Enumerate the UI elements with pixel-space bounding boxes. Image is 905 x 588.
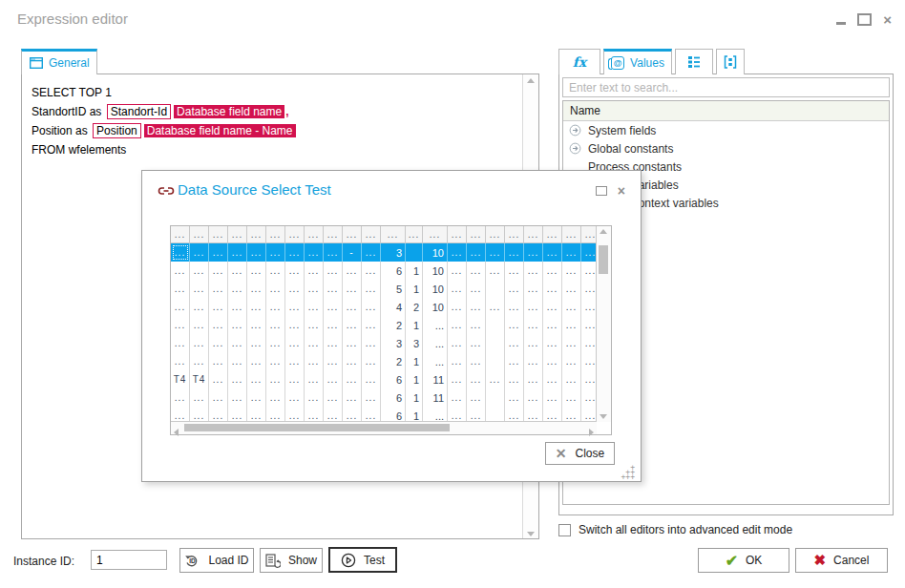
grid-cell[interactable]: ... (190, 388, 209, 407)
grid-cell[interactable]: ... (467, 352, 486, 370)
grid-cell[interactable]: ... (543, 280, 562, 298)
grid-cell[interactable]: ... (581, 280, 597, 298)
grid-cell[interactable]: ... (423, 352, 448, 370)
grid-header-cell[interactable]: ... (285, 226, 305, 242)
grid-cell[interactable]: ... (305, 407, 324, 422)
tree-item[interactable]: Global constants (563, 139, 889, 158)
grid-cell[interactable]: ... (562, 370, 581, 388)
field-token[interactable]: Position (93, 123, 141, 138)
grid-row[interactable]: .................................33.....… (171, 334, 597, 352)
grid-cell[interactable]: ... (190, 298, 209, 316)
grid-header-cell[interactable]: ... (543, 226, 562, 242)
grid-cell[interactable]: ... (505, 316, 524, 334)
grid-cell[interactable]: ... (285, 407, 305, 422)
grid-cell[interactable]: ... (343, 334, 362, 352)
grid-cell[interactable]: ... (448, 352, 467, 370)
grid-cell[interactable]: ... (505, 388, 524, 407)
grid-cell[interactable]: ... (285, 262, 305, 280)
grid-cell[interactable]: ... (524, 388, 543, 407)
grid-header-cell[interactable]: ... (362, 226, 381, 242)
grid-header-cell[interactable]: ... (190, 226, 209, 242)
grid-cell[interactable]: ... (247, 280, 266, 298)
grid-cell[interactable]: ... (581, 407, 597, 422)
grid-cell[interactable]: ... (209, 262, 228, 280)
grid-cell[interactable]: 4 (381, 298, 406, 316)
grid-cell[interactable]: ... (171, 316, 190, 334)
grid-header-cell[interactable]: ... (171, 226, 190, 242)
grid-cell[interactable]: ... (324, 262, 343, 280)
grid-cell[interactable]: ... (524, 407, 543, 422)
grid-cell[interactable]: 1 (406, 388, 423, 407)
grid-row[interactable]: T4T4...........................6111.....… (171, 370, 597, 388)
grid-cell[interactable]: 6 (381, 262, 406, 280)
grid-cell[interactable]: ... (305, 370, 324, 388)
grid-cell[interactable]: ... (343, 262, 362, 280)
grid-cell[interactable]: ... (209, 298, 228, 316)
grid-cell[interactable]: 3 (381, 243, 406, 262)
grid-cell[interactable]: ... (543, 370, 562, 388)
grid-cell[interactable]: 10 (423, 280, 448, 298)
grid-cell[interactable]: ... (324, 280, 343, 298)
grid-cell[interactable]: 1 (406, 352, 423, 370)
ok-button[interactable]: ✔ OK (698, 548, 789, 573)
tab-fields-list[interactable] (675, 49, 713, 74)
grid-cell[interactable]: 2 (381, 316, 406, 334)
grid-cell[interactable]: ... (581, 243, 597, 262)
grid-cell[interactable]: ... (305, 262, 324, 280)
grid-cell[interactable]: ... (343, 370, 362, 388)
grid-cell[interactable]: ... (228, 334, 247, 352)
grid-cell[interactable]: ... (362, 370, 381, 388)
grid-cell[interactable]: ... (266, 370, 285, 388)
grid-header-cell[interactable]: ... (406, 226, 423, 242)
grid-cell[interactable]: ... (524, 262, 543, 280)
grid-cell[interactable]: ... (543, 298, 562, 316)
grid-cell[interactable]: ... (324, 388, 343, 407)
grid-cell[interactable]: ... (305, 316, 324, 334)
grid-cell[interactable]: ... (467, 262, 486, 280)
grid-cell[interactable]: ... (448, 388, 467, 407)
grid-cell[interactable]: ... (343, 298, 362, 316)
grid-cell[interactable]: ... (266, 316, 285, 334)
grid-cell[interactable]: ... (467, 388, 486, 407)
grid-cell[interactable]: ... (247, 298, 266, 316)
scroll-left-icon[interactable] (174, 429, 179, 436)
grid-cell[interactable]: ... (247, 407, 266, 422)
grid-cell[interactable]: ... (209, 388, 228, 407)
grid-cell[interactable] (486, 334, 505, 352)
scroll-right-icon[interactable] (589, 429, 594, 436)
field-token[interactable]: Standort-Id (107, 104, 171, 119)
grid-row[interactable]: .................................21.....… (171, 352, 597, 370)
grid-cell[interactable]: ... (524, 352, 543, 370)
grid-cell[interactable]: ... (562, 352, 581, 370)
grid-cell[interactable]: 2 (406, 298, 423, 316)
scroll-up-icon[interactable] (600, 229, 607, 234)
grid-header-cell[interactable]: ... (266, 226, 285, 242)
grid-cell[interactable]: ... (448, 243, 467, 262)
grid-cell[interactable]: ... (305, 280, 324, 298)
grid-cell[interactable]: ... (562, 388, 581, 407)
grid-cell[interactable]: ... (362, 316, 381, 334)
cancel-button[interactable]: ✖ Cancel (795, 548, 888, 573)
grid-cell[interactable]: ... (266, 388, 285, 407)
grid-cell[interactable]: T4 (190, 370, 209, 388)
grid-cell[interactable] (486, 352, 505, 370)
grid-cell[interactable]: ... (305, 334, 324, 352)
grid-header-cell[interactable]: ... (228, 226, 247, 242)
expand-icon[interactable] (569, 142, 581, 155)
grid-cell[interactable]: 1 (406, 280, 423, 298)
resize-grip-icon[interactable]: + ++ +++ (621, 465, 635, 479)
grid-cell[interactable]: ... (247, 370, 266, 388)
grid-header-cell[interactable]: ... (423, 226, 448, 242)
grid-cell[interactable]: ... (209, 334, 228, 352)
grid-cell[interactable]: ... (247, 243, 266, 262)
tab-functions[interactable]: fx (558, 49, 600, 74)
grid-row[interactable]: .................................21.....… (171, 316, 597, 334)
tab-values[interactable]: @ Values (603, 49, 672, 74)
grid-header-cell[interactable]: ... (209, 226, 228, 242)
grid-cell[interactable]: ... (448, 407, 467, 422)
grid-cell[interactable]: ... (423, 316, 448, 334)
grid-cell[interactable]: ... (543, 316, 562, 334)
grid-cell[interactable]: 1 (406, 407, 423, 422)
grid-cell[interactable]: 5 (381, 280, 406, 298)
grid-cell[interactable]: ... (543, 388, 562, 407)
